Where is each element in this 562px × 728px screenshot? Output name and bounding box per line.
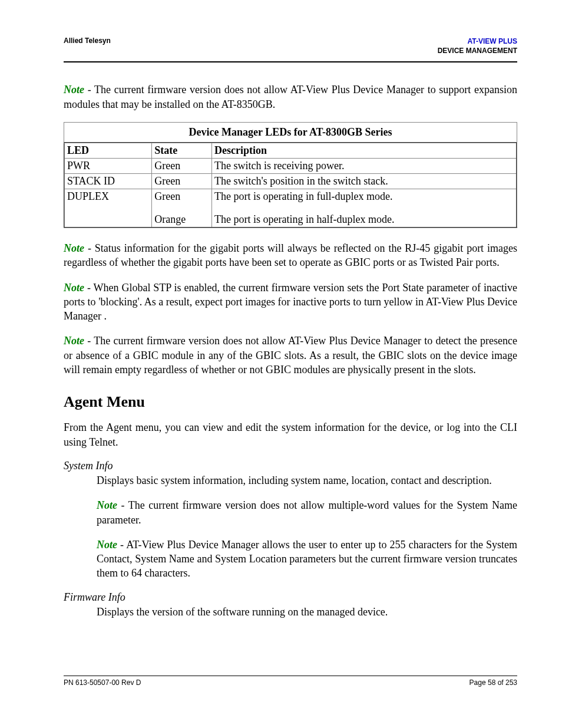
page-header: Allied Telesyn AT-VIEW PLUS DEVICE MANAG… (64, 37, 517, 62)
cell-state: Green (152, 173, 212, 189)
note-label: Note (64, 282, 84, 294)
col-led: LED (64, 143, 152, 159)
cell-desc: The port is operating in full-duplex mod… (212, 189, 517, 228)
table-row: DUPLEX Green Orange The port is operatin… (64, 189, 517, 228)
note-paragraph: Note - When Global STP is enabled, the c… (64, 281, 517, 324)
note-text: - The current firmware version does not … (97, 499, 517, 525)
note-paragraph: Note - The current firmware version does… (64, 83, 517, 111)
definition-desc: Displays basic system information, inclu… (97, 473, 517, 487)
cell-led: STACK ID (64, 173, 152, 189)
note-paragraph: Note - Status information for the gigabi… (64, 241, 517, 270)
note-text: - The current firmware version does not … (64, 335, 517, 375)
cell-state: Green Orange (152, 189, 212, 228)
header-left: Allied Telesyn (64, 37, 111, 45)
note-paragraph: Note - The current firmware version does… (97, 498, 517, 527)
section-intro: From the Agent menu, you can view and ed… (64, 420, 517, 449)
definition-term: System Info (64, 460, 517, 472)
desc-value: The port is operating in full-duplex mod… (214, 190, 514, 203)
state-value: Orange (154, 213, 209, 226)
footer-left: PN 613-50507-00 Rev D (64, 678, 141, 687)
note-paragraph: Note - The current firmware version does… (64, 334, 517, 377)
definition-term: Firmware Info (64, 591, 517, 604)
cell-led: DUPLEX (64, 189, 152, 228)
note-text: - When Global STP is enabled, the curren… (64, 282, 517, 322)
note-label: Note (64, 84, 84, 95)
col-desc: Description (212, 143, 517, 159)
note-label: Note (64, 242, 84, 254)
note-text: - AT-View Plus Device Manager allows the… (97, 539, 517, 579)
definition-desc: Displays the version of the software run… (97, 605, 517, 619)
table-caption: Device Manager LEDs for AT-8300GB Series (64, 122, 517, 142)
note-text: - Status information for the gigabit por… (64, 242, 517, 268)
document-section: DEVICE MANAGEMENT (438, 47, 517, 55)
col-state: State (152, 143, 212, 159)
table-row: STACK ID Green The switch's position in … (64, 173, 517, 189)
cell-desc: The switch is receiving power. (212, 158, 517, 173)
section-heading: Agent Menu (64, 393, 517, 411)
state-value: Green (154, 190, 209, 203)
table-header-row: LED State Description (64, 143, 517, 159)
desc-value: The port is operating in half-duplex mod… (214, 213, 514, 226)
note-text: - The current firmware version does not … (64, 84, 517, 110)
page-footer: PN 613-50507-00 Rev D Page 58 of 253 (64, 676, 517, 687)
header-right: AT-VIEW PLUS DEVICE MANAGEMENT (438, 37, 517, 55)
note-label: Note (64, 335, 84, 347)
footer-right: Page 58 of 253 (470, 678, 517, 687)
cell-desc: The switch's position in the switch stac… (212, 173, 517, 189)
note-paragraph: Note - AT-View Plus Device Manager allow… (97, 538, 517, 581)
cell-state: Green (152, 158, 212, 173)
table-row: PWR Green The switch is receiving power. (64, 158, 517, 173)
product-name: AT-VIEW PLUS (468, 37, 517, 45)
note-label: Note (97, 539, 117, 551)
led-table: Device Manager LEDs for AT-8300GB Series… (64, 122, 517, 228)
note-label: Note (97, 499, 117, 511)
cell-led: PWR (64, 158, 152, 173)
